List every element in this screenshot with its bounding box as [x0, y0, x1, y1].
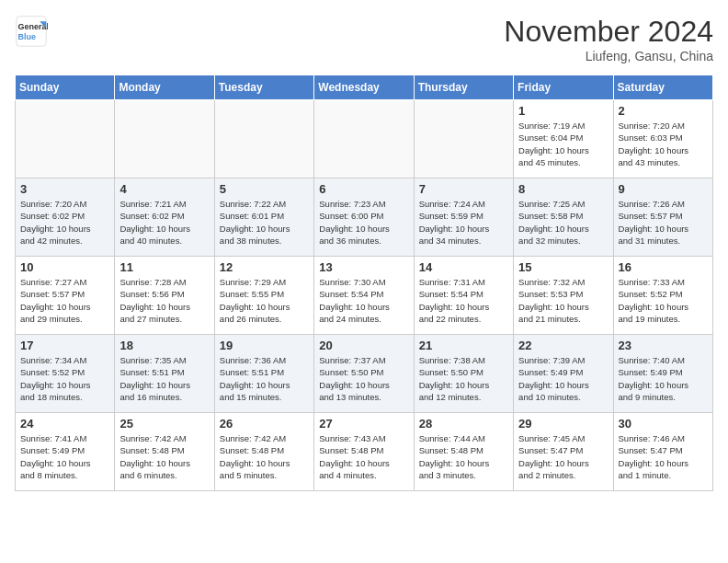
- day-info: Sunrise: 7:43 AM Sunset: 5:48 PM Dayligh…: [319, 432, 408, 481]
- day-number: 24: [20, 417, 109, 431]
- calendar-header-row: SundayMondayTuesdayWednesdayThursdayFrid…: [16, 75, 713, 100]
- day-info: Sunrise: 7:34 AM Sunset: 5:52 PM Dayligh…: [20, 354, 109, 403]
- calendar-cell: 19Sunrise: 7:36 AM Sunset: 5:51 PM Dayli…: [214, 335, 313, 413]
- day-number: 20: [319, 339, 408, 352]
- calendar-cell: 21Sunrise: 7:38 AM Sunset: 5:50 PM Dayli…: [414, 335, 513, 413]
- svg-text:Blue: Blue: [18, 32, 37, 41]
- col-header-sunday: Sunday: [16, 75, 115, 100]
- calendar-cell: 10Sunrise: 7:27 AM Sunset: 5:57 PM Dayli…: [16, 257, 115, 335]
- location: Liufeng, Gansu, China: [504, 49, 713, 63]
- day-info: Sunrise: 7:42 AM Sunset: 5:48 PM Dayligh…: [220, 432, 309, 481]
- day-info: Sunrise: 7:20 AM Sunset: 6:02 PM Dayligh…: [20, 198, 109, 247]
- day-info: Sunrise: 7:21 AM Sunset: 6:02 PM Dayligh…: [119, 198, 209, 247]
- calendar-cell: 30Sunrise: 7:46 AM Sunset: 5:47 PM Dayli…: [613, 413, 712, 491]
- calendar-cell: 18Sunrise: 7:35 AM Sunset: 5:51 PM Dayli…: [115, 335, 214, 413]
- day-info: Sunrise: 7:32 AM Sunset: 5:53 PM Dayligh…: [518, 276, 608, 325]
- day-number: 13: [319, 260, 408, 274]
- day-number: 18: [119, 339, 209, 352]
- day-number: 27: [319, 417, 408, 431]
- calendar-cell: 7Sunrise: 7:24 AM Sunset: 5:59 PM Daylig…: [414, 178, 513, 257]
- calendar-cell: 4Sunrise: 7:21 AM Sunset: 6:02 PM Daylig…: [115, 178, 214, 257]
- calendar-cell: [314, 100, 414, 178]
- day-number: 22: [518, 339, 608, 352]
- day-info: Sunrise: 7:26 AM Sunset: 5:57 PM Dayligh…: [619, 198, 708, 247]
- day-info: Sunrise: 7:25 AM Sunset: 5:58 PM Dayligh…: [518, 198, 608, 247]
- calendar-cell: 8Sunrise: 7:25 AM Sunset: 5:58 PM Daylig…: [514, 178, 613, 257]
- calendar-cell: 28Sunrise: 7:44 AM Sunset: 5:48 PM Dayli…: [414, 413, 513, 491]
- calendar-cell: 1Sunrise: 7:19 AM Sunset: 6:04 PM Daylig…: [514, 100, 613, 178]
- day-info: Sunrise: 7:22 AM Sunset: 6:01 PM Dayligh…: [220, 198, 309, 247]
- day-info: Sunrise: 7:31 AM Sunset: 5:54 PM Dayligh…: [419, 276, 508, 325]
- calendar-cell: 23Sunrise: 7:40 AM Sunset: 5:49 PM Dayli…: [613, 335, 712, 413]
- col-header-tuesday: Tuesday: [214, 75, 313, 100]
- day-number: 17: [20, 339, 109, 352]
- calendar-cell: 13Sunrise: 7:30 AM Sunset: 5:54 PM Dayli…: [314, 257, 414, 335]
- calendar-cell: 2Sunrise: 7:20 AM Sunset: 6:03 PM Daylig…: [613, 100, 712, 178]
- day-number: 25: [119, 417, 209, 431]
- calendar-cell: [16, 100, 115, 178]
- calendar-cell: [214, 100, 313, 178]
- day-number: 2: [619, 104, 708, 118]
- calendar-week-4: 17Sunrise: 7:34 AM Sunset: 5:52 PM Dayli…: [16, 335, 713, 413]
- calendar-cell: 11Sunrise: 7:28 AM Sunset: 5:56 PM Dayli…: [115, 257, 214, 335]
- calendar-cell: 12Sunrise: 7:29 AM Sunset: 5:55 PM Dayli…: [214, 257, 313, 335]
- day-number: 28: [419, 417, 508, 431]
- day-number: 3: [20, 182, 109, 196]
- day-number: 19: [220, 339, 309, 352]
- day-number: 14: [419, 260, 508, 274]
- day-number: 4: [119, 182, 209, 196]
- day-info: Sunrise: 7:20 AM Sunset: 6:03 PM Dayligh…: [619, 120, 708, 168]
- col-header-thursday: Thursday: [414, 75, 513, 100]
- calendar-cell: 9Sunrise: 7:26 AM Sunset: 5:57 PM Daylig…: [613, 178, 712, 257]
- day-number: 15: [518, 260, 608, 274]
- title-block: November 2024 Liufeng, Gansu, China: [504, 15, 713, 63]
- day-number: 10: [20, 260, 109, 274]
- month-title: November 2024: [504, 15, 713, 49]
- calendar-cell: 27Sunrise: 7:43 AM Sunset: 5:48 PM Dayli…: [314, 413, 414, 491]
- day-number: 12: [220, 260, 309, 274]
- calendar-week-1: 1Sunrise: 7:19 AM Sunset: 6:04 PM Daylig…: [16, 100, 713, 178]
- day-info: Sunrise: 7:27 AM Sunset: 5:57 PM Dayligh…: [20, 276, 109, 325]
- day-info: Sunrise: 7:37 AM Sunset: 5:50 PM Dayligh…: [319, 354, 408, 403]
- calendar-cell: [414, 100, 513, 178]
- day-info: Sunrise: 7:24 AM Sunset: 5:59 PM Dayligh…: [419, 198, 508, 247]
- day-number: 5: [220, 182, 309, 196]
- calendar-cell: 5Sunrise: 7:22 AM Sunset: 6:01 PM Daylig…: [214, 178, 313, 257]
- day-number: 1: [518, 104, 608, 118]
- day-number: 6: [319, 182, 408, 196]
- calendar-week-3: 10Sunrise: 7:27 AM Sunset: 5:57 PM Dayli…: [16, 257, 713, 335]
- day-info: Sunrise: 7:45 AM Sunset: 5:47 PM Dayligh…: [518, 432, 608, 481]
- day-info: Sunrise: 7:29 AM Sunset: 5:55 PM Dayligh…: [220, 276, 309, 325]
- day-info: Sunrise: 7:28 AM Sunset: 5:56 PM Dayligh…: [119, 276, 209, 325]
- day-info: Sunrise: 7:46 AM Sunset: 5:47 PM Dayligh…: [619, 432, 708, 481]
- day-number: 8: [518, 182, 608, 196]
- col-header-saturday: Saturday: [613, 75, 712, 100]
- calendar-cell: 29Sunrise: 7:45 AM Sunset: 5:47 PM Dayli…: [514, 413, 613, 491]
- day-info: Sunrise: 7:39 AM Sunset: 5:49 PM Dayligh…: [518, 354, 608, 403]
- calendar-cell: 3Sunrise: 7:20 AM Sunset: 6:02 PM Daylig…: [16, 178, 115, 257]
- calendar-cell: 17Sunrise: 7:34 AM Sunset: 5:52 PM Dayli…: [16, 335, 115, 413]
- day-number: 30: [619, 417, 708, 431]
- page-header: General Blue November 2024 Liufeng, Gans…: [15, 15, 713, 63]
- col-header-friday: Friday: [514, 75, 613, 100]
- day-info: Sunrise: 7:19 AM Sunset: 6:04 PM Dayligh…: [518, 120, 608, 168]
- day-number: 23: [619, 339, 708, 352]
- col-header-wednesday: Wednesday: [314, 75, 414, 100]
- calendar-cell: [115, 100, 214, 178]
- calendar-cell: 20Sunrise: 7:37 AM Sunset: 5:50 PM Dayli…: [314, 335, 414, 413]
- day-number: 29: [518, 417, 608, 431]
- calendar-cell: 22Sunrise: 7:39 AM Sunset: 5:49 PM Dayli…: [514, 335, 613, 413]
- day-info: Sunrise: 7:40 AM Sunset: 5:49 PM Dayligh…: [619, 354, 708, 403]
- day-info: Sunrise: 7:42 AM Sunset: 5:48 PM Dayligh…: [119, 432, 209, 481]
- day-info: Sunrise: 7:23 AM Sunset: 6:00 PM Dayligh…: [319, 198, 408, 247]
- day-number: 7: [419, 182, 508, 196]
- day-info: Sunrise: 7:30 AM Sunset: 5:54 PM Dayligh…: [319, 276, 408, 325]
- calendar-cell: 16Sunrise: 7:33 AM Sunset: 5:52 PM Dayli…: [613, 257, 712, 335]
- day-info: Sunrise: 7:33 AM Sunset: 5:52 PM Dayligh…: [619, 276, 708, 325]
- day-number: 11: [119, 260, 209, 274]
- logo-icon: General Blue: [15, 15, 48, 48]
- day-number: 16: [619, 260, 708, 274]
- day-info: Sunrise: 7:38 AM Sunset: 5:50 PM Dayligh…: [419, 354, 508, 403]
- day-number: 9: [619, 182, 708, 196]
- day-number: 21: [419, 339, 508, 352]
